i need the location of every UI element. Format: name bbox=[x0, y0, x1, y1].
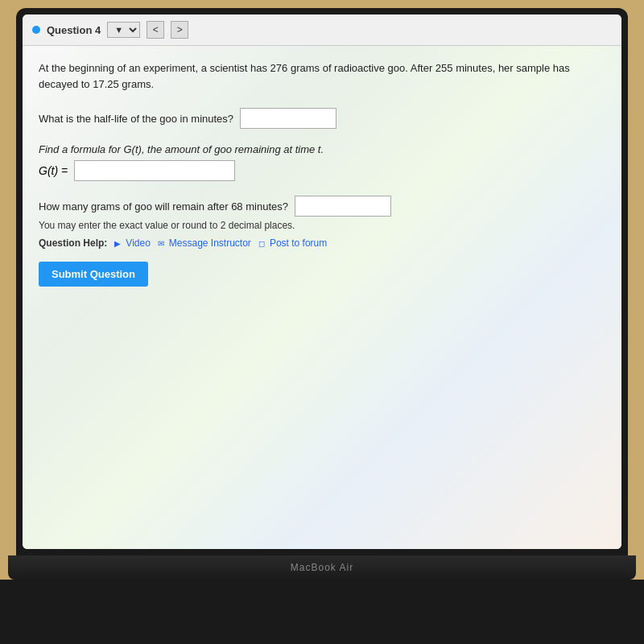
halflife-label: What is the half-life of the goo in minu… bbox=[39, 113, 233, 125]
grams-input[interactable] bbox=[295, 196, 391, 217]
message-icon: ✉ bbox=[155, 237, 167, 249]
help-label: Question Help: bbox=[39, 237, 107, 249]
decimal-note: You may enter the exact value or round t… bbox=[39, 220, 605, 231]
halflife-question-line: What is the half-life of the goo in minu… bbox=[39, 108, 605, 129]
formula-section: Find a formula for G(t), the amount of g… bbox=[39, 143, 605, 181]
submit-button[interactable]: Submit Question bbox=[39, 262, 148, 287]
grams-question-line: How many grams of goo will remain after … bbox=[39, 196, 605, 217]
help-line: Question Help: ▶ Video ✉ Message Instruc… bbox=[39, 237, 605, 249]
forum-label: Post to forum bbox=[270, 237, 327, 249]
halflife-input[interactable] bbox=[240, 108, 336, 129]
forum-icon: ◻ bbox=[256, 237, 267, 249]
gt-label: G(t) = bbox=[39, 164, 68, 177]
prev-button[interactable]: < bbox=[147, 21, 164, 39]
laptop-bottom-bar bbox=[0, 580, 644, 644]
main-content: At the beginning of an experiment, a sci… bbox=[23, 46, 621, 549]
grams-section: How many grams of goo will remain after … bbox=[39, 196, 605, 231]
question-bar: Question 4 ▼ < > bbox=[23, 14, 621, 46]
formula-func: G(t) bbox=[124, 143, 142, 155]
video-label: Video bbox=[126, 237, 150, 249]
question-dropdown[interactable]: ▼ bbox=[107, 22, 140, 38]
video-link[interactable]: ▶ Video bbox=[112, 237, 150, 249]
grams-label: How many grams of goo will remain after … bbox=[39, 200, 288, 213]
message-label: Message Instructor bbox=[169, 237, 251, 249]
message-instructor-link[interactable]: ✉ Message Instructor bbox=[155, 237, 251, 249]
problem-text: At the beginning of an experiment, a sci… bbox=[39, 60, 605, 92]
question-label: Question 4 bbox=[47, 24, 101, 36]
question-dot bbox=[32, 26, 40, 34]
formula-input[interactable] bbox=[74, 160, 235, 181]
video-icon: ▶ bbox=[112, 237, 123, 249]
next-button[interactable]: > bbox=[171, 21, 188, 39]
halflife-section: What is the half-life of the goo in minu… bbox=[39, 108, 605, 129]
formula-desc-suffix: , the amount of goo remaining at time bbox=[142, 143, 318, 155]
formula-input-line: G(t) = bbox=[39, 160, 605, 181]
macbook-label: MacBook Air bbox=[291, 562, 353, 573]
formula-description: Find a formula for G(t), the amount of g… bbox=[39, 143, 605, 155]
formula-t: t. bbox=[318, 143, 324, 155]
post-forum-link[interactable]: ◻ Post to forum bbox=[256, 237, 327, 249]
formula-desc-prefix: Find a formula for bbox=[39, 143, 124, 155]
laptop-base: MacBook Air bbox=[8, 555, 636, 580]
